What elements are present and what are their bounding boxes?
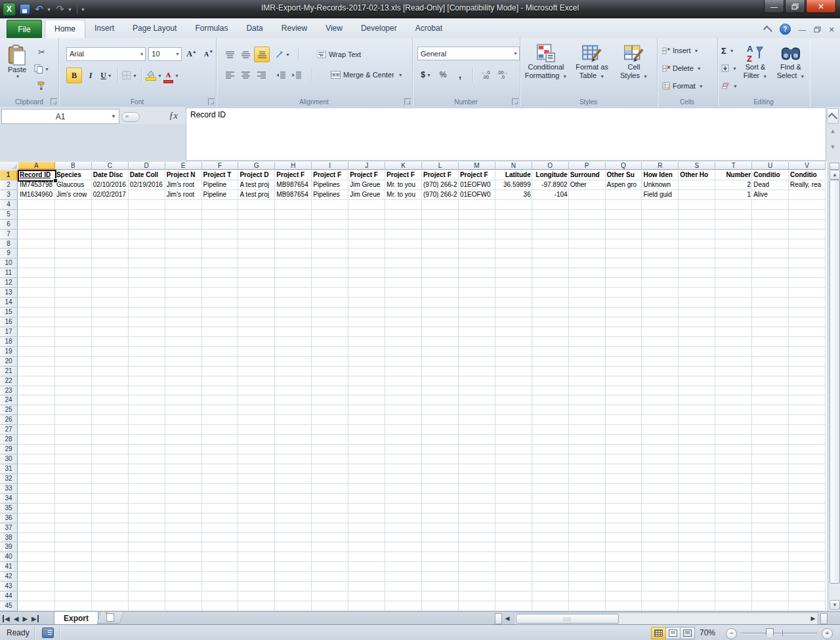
column-header-L[interactable]: L: [422, 162, 459, 170]
tab-acrobat[interactable]: Acrobat: [406, 20, 452, 38]
column-header-S[interactable]: S: [679, 162, 715, 170]
row-header-44[interactable]: 44: [0, 591, 18, 601]
column-header-E[interactable]: E: [165, 162, 202, 170]
number-format-combobox[interactable]: General▼: [417, 47, 520, 60]
cell-J3[interactable]: Jim Greue: [348, 190, 385, 200]
restore-button[interactable]: [785, 0, 805, 13]
find-select-caret[interactable]: ▼: [800, 74, 805, 79]
row-header-38[interactable]: 38: [0, 533, 18, 543]
cell-F1[interactable]: Project T: [202, 170, 239, 180]
cell-Q2[interactable]: Aspen gro: [606, 180, 642, 190]
cell-M3[interactable]: 01EOFW0: [459, 190, 495, 200]
row-header-6[interactable]: 6: [0, 220, 18, 230]
cell-B3[interactable]: Jim's crow: [55, 190, 92, 200]
cell-R2[interactable]: Unknown: [642, 180, 679, 190]
name-box[interactable]: A1▼: [1, 109, 119, 124]
sort-filter-caret[interactable]: ▼: [763, 74, 767, 79]
cell-B2[interactable]: Glaucous: [55, 180, 92, 190]
sort-filter-button[interactable]: A Z Sort &Filter ▼: [738, 39, 772, 100]
row-header-4[interactable]: 4: [0, 200, 18, 210]
collapse-ribbon-icon[interactable]: [763, 26, 772, 35]
horizontal-split-handle-right[interactable]: [820, 613, 828, 624]
row-header-36[interactable]: 36: [0, 513, 18, 523]
cell-U3[interactable]: Alive: [752, 190, 789, 200]
column-header-J[interactable]: J: [348, 162, 385, 170]
comma-style-button[interactable]: ,: [453, 68, 467, 82]
row-header-15[interactable]: 15: [0, 308, 18, 317]
font-color-button[interactable]: A ▼: [163, 68, 179, 83]
cell-G2[interactable]: A test proj: [238, 180, 275, 190]
font-size-combobox[interactable]: 10▼: [148, 47, 182, 61]
paste-button[interactable]: Paste ▼: [4, 45, 30, 94]
fill-color-button[interactable]: ▼: [146, 68, 162, 83]
tab-developer[interactable]: Developer: [352, 20, 406, 38]
column-header-H[interactable]: H: [275, 162, 312, 170]
font-name-combobox[interactable]: Arial▼: [66, 47, 146, 61]
font-color-caret[interactable]: ▼: [175, 73, 179, 78]
formula-input[interactable]: Record ID: [186, 108, 826, 161]
tab-review[interactable]: Review: [272, 20, 316, 38]
row-header-35[interactable]: 35: [0, 504, 18, 513]
formula-scroll-down-icon[interactable]: ▼: [830, 144, 836, 150]
column-header-A[interactable]: A: [18, 162, 55, 170]
cell-C2[interactable]: 02/10/2016: [92, 180, 129, 190]
middle-align-button[interactable]: [238, 47, 253, 62]
wrap-text-button[interactable]: Wrap Text: [317, 47, 361, 62]
help-icon[interactable]: ?: [780, 24, 791, 35]
row-header-12[interactable]: 12: [0, 278, 18, 288]
column-header-U[interactable]: U: [752, 162, 789, 170]
insert-function-button[interactable]: ƒx: [163, 110, 184, 123]
cell-styles-caret[interactable]: ▼: [643, 74, 648, 79]
zoom-out-button[interactable]: −: [726, 628, 737, 639]
underline-button[interactable]: U▼: [99, 68, 114, 83]
cell-styles-button[interactable]: CellStyles ▼: [614, 39, 654, 100]
cell-A2[interactable]: IM7453798: [18, 180, 55, 190]
formula-scroll-up-icon[interactable]: ▲: [830, 128, 836, 134]
increase-indent-button[interactable]: [289, 68, 304, 82]
macro-record-button[interactable]: [42, 628, 54, 638]
cell-H3[interactable]: MB987654: [275, 190, 312, 200]
cell-P2[interactable]: Other: [569, 180, 606, 190]
alignment-dialog-launcher[interactable]: [404, 98, 411, 105]
row-header-45[interactable]: 45: [0, 601, 18, 611]
tab-page-layout[interactable]: Page Layout: [123, 20, 186, 38]
fill-caret[interactable]: ▼: [732, 66, 737, 71]
cell-C1[interactable]: Date Disc: [92, 170, 129, 180]
row-header-42[interactable]: 42: [0, 572, 18, 582]
autosum-caret[interactable]: ▼: [730, 49, 734, 53]
find-select-button[interactable]: Find &Select ▼: [774, 39, 808, 100]
row-header-37[interactable]: 37: [0, 523, 18, 533]
row-header-8[interactable]: 8: [0, 239, 18, 249]
fill-button[interactable]: ▼: [721, 61, 738, 75]
row-header-25[interactable]: 25: [0, 405, 18, 415]
cell-T2[interactable]: 2: [715, 180, 752, 190]
vertical-scroll-thumb[interactable]: [830, 180, 840, 584]
row-header-33[interactable]: 33: [0, 484, 18, 494]
row-header-39[interactable]: 39: [0, 542, 18, 552]
cell-O2[interactable]: -97.8902: [532, 180, 569, 190]
cells-area[interactable]: Record IDSpeciesDate DiscDate CollProjec…: [18, 170, 826, 611]
column-header-D[interactable]: D: [129, 162, 165, 170]
row-header-18[interactable]: 18: [0, 337, 18, 347]
row-header-40[interactable]: 40: [0, 552, 18, 562]
vertical-split-handle[interactable]: [830, 163, 839, 170]
delete-cells-button[interactable]: Delete▼: [662, 61, 704, 75]
tab-formulas[interactable]: Formulas: [186, 20, 237, 38]
borders-button[interactable]: ▼: [122, 68, 137, 83]
decrease-font-size-button[interactable]: A▼: [201, 47, 216, 61]
collapse-formula-bar-button[interactable]: [827, 108, 839, 124]
column-header-G[interactable]: G: [238, 162, 275, 170]
scroll-down-button[interactable]: ▼: [830, 600, 840, 610]
number-dialog-launcher[interactable]: [512, 98, 518, 105]
column-header-C[interactable]: C: [92, 162, 129, 170]
decrease-decimal-button[interactable]: .00→.0: [495, 68, 510, 82]
cell-F2[interactable]: Pipeline: [202, 180, 239, 190]
scroll-left-button[interactable]: ◀: [503, 613, 512, 623]
orientation-caret[interactable]: ▼: [285, 52, 290, 57]
tab-view[interactable]: View: [316, 20, 352, 38]
row-header-29[interactable]: 29: [0, 445, 18, 454]
fill-color-caret[interactable]: ▼: [158, 73, 162, 78]
clear-button[interactable]: ▼: [721, 79, 738, 93]
cell-I3[interactable]: Pipelines: [312, 190, 348, 200]
cell-V2[interactable]: Really, rea: [789, 180, 826, 190]
